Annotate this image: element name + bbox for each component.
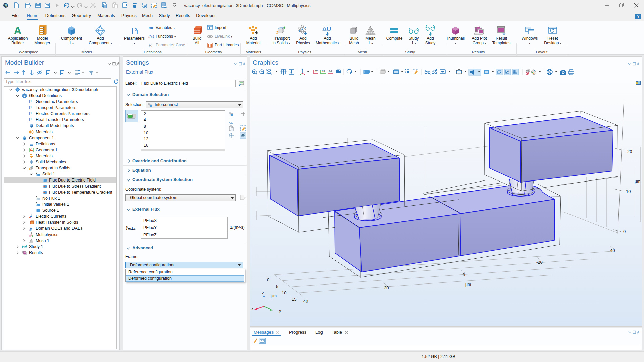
svg-text:P: P [29, 111, 32, 116]
svg-text:15: 15 [292, 297, 296, 302]
svg-text:+: + [29, 216, 31, 219]
svg-text:5: 5 [276, 284, 278, 289]
svg-text:P: P [131, 25, 137, 36]
svg-text:ΔU: ΔU [322, 25, 331, 32]
svg-text:μm: μm [271, 294, 277, 298]
svg-text:-40: -40 [609, 248, 615, 253]
svg-text:P: P [29, 105, 32, 110]
svg-text:D: D [36, 172, 37, 174]
svg-text:0: 0 [463, 272, 465, 277]
svg-text:μm: μm [635, 179, 640, 184]
svg-text:i: i [32, 119, 32, 122]
svg-text:-20: -20 [536, 260, 543, 265]
svg-text:z: z [262, 290, 264, 295]
svg-text:D: D [36, 202, 37, 204]
svg-text:D: D [36, 196, 37, 198]
svg-text:20: 20 [627, 149, 632, 154]
svg-text:xy: xy [315, 69, 318, 72]
svg-text:dt: dt [29, 228, 32, 231]
svg-text:i: i [32, 113, 32, 116]
svg-text:40: 40 [303, 299, 308, 304]
svg-text:yz: yz [322, 69, 325, 72]
svg-text:x: x [251, 306, 254, 311]
svg-text:i: i [137, 29, 138, 36]
svg-text:10: 10 [626, 189, 631, 194]
svg-text:i: i [32, 101, 32, 104]
svg-text:f(x): f(x) [148, 34, 154, 39]
svg-text:P: P [29, 117, 32, 122]
svg-text:A: A [14, 25, 21, 36]
svg-text:20: 20 [384, 285, 389, 290]
svg-text:i: i [32, 107, 32, 110]
svg-text:−: − [32, 216, 33, 219]
svg-text:xz: xz [329, 69, 332, 72]
svg-text:i: i [151, 45, 152, 48]
svg-text:μm: μm [465, 282, 471, 287]
svg-text:0: 0 [267, 277, 269, 282]
svg-text:=: = [151, 25, 153, 30]
svg-text:0: 0 [623, 229, 626, 234]
svg-text:P: P [29, 99, 32, 104]
svg-text:10: 10 [282, 290, 286, 295]
svg-text:y: y [279, 308, 281, 313]
